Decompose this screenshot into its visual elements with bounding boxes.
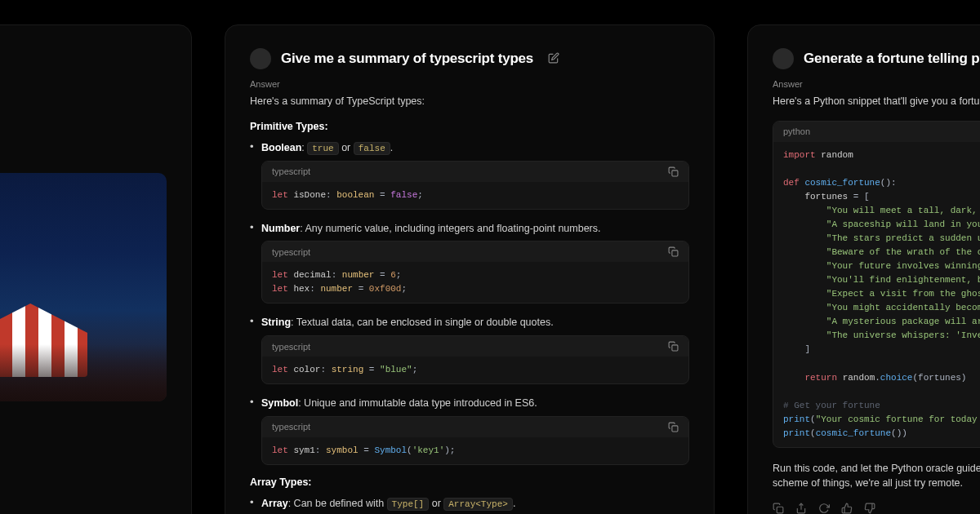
type-item: Boolean: true or false. typescript let i… bbox=[261, 140, 689, 210]
type-list: Boolean: true or false. typescript let i… bbox=[250, 140, 689, 465]
code-lang: typescript bbox=[272, 247, 310, 257]
copy-icon[interactable] bbox=[668, 422, 679, 432]
code-block: typescript let isDone: boolean = false; bbox=[261, 161, 689, 210]
refresh-icon[interactable] bbox=[818, 503, 830, 514]
code-body: let color: string = "blue"; bbox=[262, 357, 688, 383]
type-desc: Boolean: true or false. bbox=[261, 140, 689, 156]
answer-outro: Run this code, and let the Python oracle… bbox=[773, 461, 980, 492]
type-item: String: Textual data, can be enclosed in… bbox=[261, 315, 689, 384]
type-item: Symbol: Unique and immutable data type i… bbox=[261, 396, 689, 465]
answer-text: e and infallible supercomputer e Galaxy,… bbox=[0, 100, 167, 162]
svg-rect-0 bbox=[672, 170, 678, 175]
code-block-python: python import random def cosmic_fortune(… bbox=[773, 121, 980, 448]
code-body-python: import random def cosmic_fortune(): fort… bbox=[773, 142, 980, 447]
section-arrays: Array Types: bbox=[250, 476, 689, 488]
cards-row: e universe and e and infallible supercom… bbox=[0, 0, 980, 514]
type-desc: String: Textual data, can be enclosed in… bbox=[261, 315, 689, 330]
code-block: typescript let decimal: number = 6; let … bbox=[261, 241, 689, 304]
copy-icon[interactable] bbox=[668, 246, 679, 257]
card-fortune: Generate a fortune telling python snipp … bbox=[747, 24, 980, 514]
answer-label: Answer bbox=[250, 79, 689, 89]
svg-rect-1 bbox=[672, 250, 678, 256]
avatar bbox=[250, 48, 271, 69]
card-universe: e universe and e and infallible supercom… bbox=[0, 24, 192, 514]
card-typescript: Give me a summary of typescript types An… bbox=[225, 24, 715, 514]
prompt-title: Give me a summary of typescript types bbox=[281, 51, 533, 67]
type-item: Number: Any numeric value, including int… bbox=[261, 221, 689, 304]
code-lang: typescript bbox=[272, 342, 310, 352]
type-desc: Symbol: Unique and immutable data type i… bbox=[261, 396, 689, 411]
copy-icon[interactable] bbox=[668, 166, 679, 177]
svg-rect-2 bbox=[672, 345, 678, 351]
copy-icon[interactable] bbox=[668, 341, 679, 352]
code-block: typescript let color: string = "blue"; bbox=[261, 335, 689, 384]
prompt-title: Generate a fortune telling python snipp bbox=[804, 51, 980, 67]
answer-intro: Here's a summary of TypeScript types: bbox=[250, 94, 689, 109]
thumbs-down-icon[interactable] bbox=[864, 503, 875, 514]
answer-label: Answer bbox=[773, 79, 980, 89]
code-lang: python bbox=[783, 126, 810, 136]
copy-icon[interactable] bbox=[773, 503, 784, 514]
section-primitives: Primitive Types: bbox=[250, 121, 689, 132]
code-lang: typescript bbox=[272, 422, 310, 432]
avatar bbox=[773, 48, 794, 69]
edit-icon[interactable] bbox=[548, 52, 559, 66]
array-list: Array: Can be defined with Type[] or Arr… bbox=[250, 496, 689, 514]
code-body: let decimal: number = 6; let hex: number… bbox=[262, 262, 688, 303]
code-body: let isDone: boolean = false; bbox=[262, 182, 688, 209]
code-body: let sym1: symbol = Symbol('key1'); bbox=[262, 437, 688, 464]
svg-rect-6 bbox=[777, 507, 783, 513]
carnival-image bbox=[0, 173, 167, 401]
share-icon[interactable] bbox=[795, 503, 807, 514]
code-block: typescript let sym1: symbol = Symbol('ke… bbox=[261, 416, 689, 465]
answer-intro: Here's a Python snippet that'll give you… bbox=[773, 94, 980, 109]
action-row bbox=[773, 503, 980, 514]
thumbs-up-icon[interactable] bbox=[841, 503, 853, 514]
code-lang: typescript bbox=[272, 166, 310, 176]
type-item-array: Array: Can be defined with Type[] or Arr… bbox=[261, 496, 689, 514]
type-desc: Number: Any numeric value, including int… bbox=[261, 221, 689, 237]
svg-rect-3 bbox=[672, 426, 678, 432]
